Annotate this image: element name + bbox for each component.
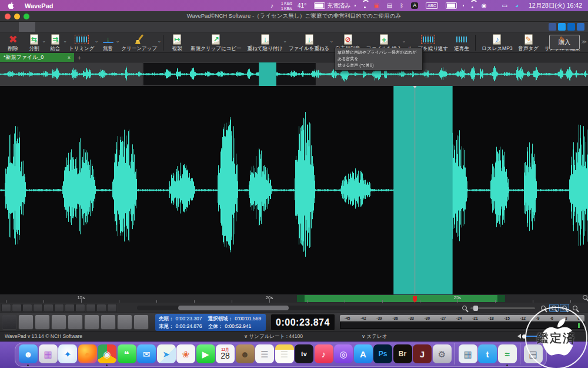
dock-app-j[interactable]: J (413, 344, 432, 363)
volume-knob[interactable] (522, 334, 526, 339)
display-icon[interactable]: ▭ (502, 2, 509, 9)
samplerate-selector[interactable]: ∨ サンプルレート : 44100 (244, 333, 303, 340)
dock-safari[interactable]: ✦ (58, 344, 77, 363)
fade-in-tool[interactable] (75, 304, 85, 312)
play-button[interactable] (2, 314, 17, 330)
play-from-cursor-button[interactable] (51, 314, 66, 330)
tab-custom[interactable] (118, 22, 134, 32)
trim-button[interactable]: トリミング ⌄ (66, 33, 98, 52)
skip-end-button[interactable] (133, 314, 149, 330)
channels-tool[interactable] (107, 304, 117, 312)
add-tab-button[interactable]: + (74, 53, 85, 62)
dock-appletv[interactable]: tv (295, 344, 313, 363)
apple-menu-icon[interactable] (7, 2, 15, 9)
main-waveform[interactable] (0, 86, 588, 294)
stretch-tool[interactable] (65, 304, 75, 312)
zoom-window-button[interactable] (24, 14, 29, 19)
close-window-button[interactable] (5, 14, 11, 19)
grid-tool[interactable] (44, 304, 54, 312)
skip-start-button[interactable] (84, 314, 99, 330)
audio-tag-button[interactable]: ✎ 音声タグ ⌄ (516, 33, 542, 52)
facebook-icon[interactable] (549, 23, 556, 31)
active-app-name[interactable]: WavePad (19, 2, 59, 9)
smooth-tool[interactable] (22, 304, 32, 312)
dock-maps[interactable]: ➤ (157, 344, 176, 363)
media-icon[interactable]: ♪ (270, 2, 276, 9)
battery-icon[interactable] (446, 2, 464, 9)
app-menu-icon[interactable]: ◕ (515, 2, 521, 9)
tab-home[interactable] (2, 22, 19, 32)
horizontal-scroll-thumb[interactable] (178, 306, 289, 310)
tab-record[interactable] (85, 22, 101, 32)
volume-control[interactable] (515, 334, 554, 339)
file-tab-active[interactable]: *新規ファイル_0 × (0, 53, 74, 62)
scrub-tool[interactable] (1, 304, 11, 312)
dock-launchpad[interactable]: ▦ (39, 344, 58, 363)
dock-calendar[interactable]: 12月 28 (216, 344, 235, 363)
dock-settings[interactable]: ⚙ (433, 344, 452, 363)
spectrum-tool[interactable] (33, 304, 43, 312)
linkedin-icon[interactable] (567, 23, 575, 31)
dock-firefox[interactable]: ● (78, 344, 97, 363)
dock-separator[interactable] (455, 343, 455, 364)
zoom-out-button[interactable] (549, 304, 559, 312)
paste-mix-button[interactable]: ↓ 重ねて貼り付け ⌄ (245, 33, 286, 52)
wifi-icon[interactable] (361, 3, 368, 8)
zoom-selection-button[interactable] (560, 304, 569, 312)
dock-separator[interactable] (520, 343, 520, 364)
dock-wavepad[interactable]: ≈ (498, 344, 517, 363)
bluetooth-icon[interactable]: ᛒ (400, 2, 406, 9)
tab-tools[interactable] (68, 22, 85, 32)
input-method-label[interactable]: ABC (426, 2, 440, 9)
volume-slider[interactable] (523, 336, 554, 337)
dock-photos[interactable]: ❀ (176, 344, 195, 363)
rewind-button[interactable] (101, 314, 116, 330)
menubar-clock[interactable]: 12月28日(火) 16:42 (529, 2, 582, 10)
lossless-mp3-button[interactable]: ♪ ロスレスMP3 ⌄ (479, 33, 515, 52)
dock-twitter[interactable]: t (478, 344, 497, 363)
wifi-icon-2[interactable] (469, 3, 476, 8)
copy-to-new-clip-button[interactable]: ↗ 新規クリップにコピー ⌄ (188, 33, 244, 52)
dock-facetime[interactable]: ▶ (196, 344, 215, 363)
sidecar-icon[interactable]: ▤ (387, 2, 395, 9)
dock-mail[interactable]: ✉ (137, 344, 156, 363)
dock-preview[interactable]: ▦ (459, 344, 477, 363)
record-button[interactable] (68, 314, 83, 330)
toolbar-overflow-chevron[interactable]: ≫ (582, 39, 587, 45)
zoom-in-button[interactable] (539, 304, 548, 312)
dock-bridge[interactable]: Br (393, 344, 412, 363)
split-button[interactable]: ⇆ 分割 ⌄ (24, 33, 45, 52)
dock-music[interactable]: ♪ (315, 344, 333, 363)
zoom-slider[interactable] (470, 307, 535, 309)
user-account-icon[interactable]: ◉ (482, 2, 489, 9)
draw-tool[interactable] (12, 304, 22, 312)
dock-appstore[interactable]: A (354, 344, 373, 363)
tab-effects[interactable] (52, 22, 68, 32)
twitter-icon[interactable] (558, 23, 566, 31)
battery-charged-status[interactable]: 充電済み (314, 2, 356, 10)
zoom-full-button[interactable] (570, 304, 580, 312)
dock-finder[interactable]: ☻ (19, 344, 38, 363)
dock-reminders[interactable]: ☰ (255, 344, 274, 363)
dock-podcasts[interactable]: ◎ (334, 344, 353, 363)
input-source-icon[interactable]: A (411, 2, 420, 9)
fade-out-tool[interactable] (86, 304, 96, 312)
dock-chrome[interactable]: ◉ (98, 344, 116, 363)
dock-photoshop[interactable]: Ps (373, 344, 392, 363)
dock-notes[interactable]: ☰ (275, 344, 294, 363)
dock-messages[interactable]: ❝ (118, 344, 136, 363)
zoom-slider-knob[interactable] (473, 306, 478, 311)
close-tab-icon[interactable]: × (68, 55, 71, 61)
loop-playback-button[interactable] (35, 314, 50, 330)
zoom-minus-icon[interactable] (462, 306, 467, 310)
channels-selector[interactable]: ∨ ステレオ (362, 333, 387, 340)
options-tool[interactable] (54, 304, 64, 312)
toolbar-separator[interactable]: ⌄ (163, 35, 163, 51)
reverse-button[interactable]: ← 逆再生 ⌄ (451, 33, 472, 52)
like-icon[interactable] (539, 23, 547, 31)
vertical-zoom-icon[interactable] (583, 295, 587, 300)
tab-level[interactable] (35, 22, 52, 32)
toolbar-separator[interactable]: ⌄ (475, 35, 476, 51)
duplicate-button[interactable]: ↦ 複製 ⌄ (166, 33, 188, 52)
fast-forward-button[interactable] (117, 314, 132, 330)
